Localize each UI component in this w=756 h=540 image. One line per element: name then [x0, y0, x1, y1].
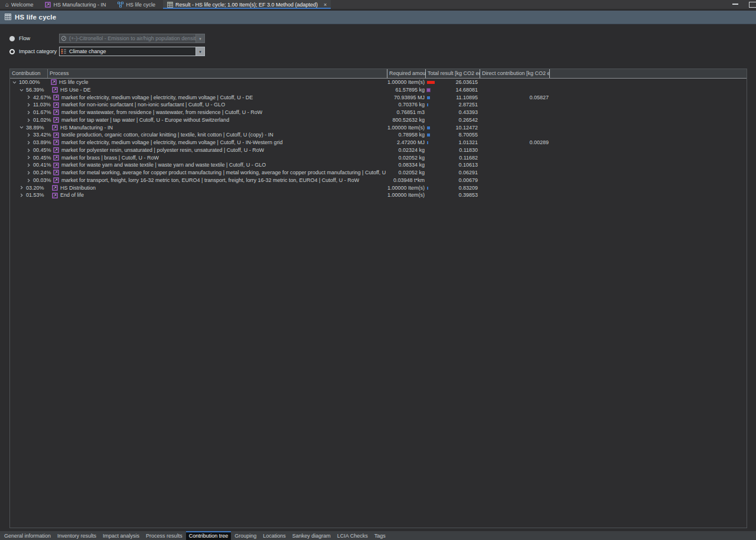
bottom-tab[interactable]: LCIA Checks	[334, 531, 371, 540]
process-name: End of life	[60, 191, 84, 199]
chevron-right-icon[interactable]	[27, 118, 31, 122]
tree-row[interactable]: 00.41%market for waste yarn and waste te…	[10, 161, 747, 169]
bottom-tab[interactable]: Locations	[260, 531, 289, 540]
process-cell: market for tap water | tap water | Cutof…	[53, 116, 229, 124]
chevron-right-icon[interactable]	[19, 186, 24, 190]
contribution-percent: 00.03%	[33, 177, 51, 184]
tree-row[interactable]: 00.45%market for polyester resin, unsatu…	[10, 147, 747, 154]
bottom-tab[interactable]: Inventory results	[54, 531, 99, 540]
bottom-tab[interactable]: Sankey diagram	[289, 531, 334, 540]
tree-row[interactable]: 00.45%market for brass | brass | Cutoff,…	[10, 154, 747, 162]
process-cell: market for electricity, medium voltage |…	[53, 94, 253, 102]
chevron-right-icon[interactable]	[19, 193, 24, 197]
column-header[interactable]: Contribution	[10, 69, 48, 78]
tree-row[interactable]: 01.67%market for wastewater, from reside…	[10, 109, 747, 116]
process-icon	[53, 147, 59, 153]
impact-category-combo[interactable]: Climate change ▾	[59, 47, 205, 56]
process-icon	[51, 79, 57, 85]
process-name: market for wastewater, from residence | …	[61, 109, 262, 116]
tree-row[interactable]: 00.03%market for transport, freight, lor…	[10, 177, 747, 184]
contribution-percent: 42.67%	[33, 94, 51, 102]
chevron-right-icon[interactable]	[27, 171, 31, 175]
chevron-down-icon[interactable]	[12, 80, 17, 84]
contribution-percent: 00.41%	[33, 161, 51, 169]
chevron-down-icon[interactable]	[19, 125, 24, 129]
chevron-right-icon[interactable]	[27, 141, 31, 145]
chevron-down-icon[interactable]: ▾	[195, 47, 204, 56]
application-window: ⌂WelcomeHS Manufacturing - INHS life cyc…	[0, 0, 756, 540]
chevron-right-icon[interactable]	[27, 178, 31, 183]
tree-row[interactable]: 11.03%market for non-ionic surfactant | …	[10, 101, 747, 109]
contribution-tree-table: ContributionProcessRequired amountTotal …	[9, 69, 747, 528]
contribution-cell: 33.42%	[27, 131, 51, 139]
process-name: market for electricity, medium voltage |…	[61, 94, 253, 102]
chevron-right-icon[interactable]	[27, 163, 31, 167]
tree-row[interactable]: 33.42%textile production, organic cotton…	[10, 131, 747, 139]
tree-row[interactable]: 42.67%market for electricity, medium vol…	[10, 94, 747, 102]
result-table-icon	[167, 2, 173, 8]
window-controls	[721, 0, 756, 9]
top-tab[interactable]: HS Manufacturing - IN	[41, 0, 110, 9]
column-header[interactable]: Total result [kg CO2 eq]	[426, 69, 480, 78]
contribution-cell: 56.39%	[19, 86, 44, 94]
contribution-cell: 00.24%	[27, 169, 51, 177]
tree-row[interactable]: 00.24%market for metal working, average …	[10, 169, 747, 177]
process-icon	[53, 132, 59, 138]
total-result-cell: 0.11830	[401, 147, 478, 154]
column-header[interactable]: Direct contribution [kg CO2 eq]	[480, 69, 550, 78]
bottom-tab[interactable]: Grouping	[232, 531, 259, 540]
chevron-right-icon[interactable]	[27, 133, 31, 137]
close-icon[interactable]: ×	[324, 2, 327, 8]
chevron-right-icon[interactable]	[27, 103, 31, 107]
chevron-down-icon[interactable]	[19, 88, 24, 92]
home-icon: ⌂	[5, 2, 9, 8]
top-tab[interactable]: Result - HS life cycle; 1.00 Item(s); EF…	[163, 0, 331, 9]
tree-row[interactable]: 01.53%End of life1.00000 Item(s)0.39853	[10, 191, 747, 199]
contribution-cell: 00.41%	[27, 161, 51, 169]
flow-selector-row: Flow (+-)-Citronellol - Emission to air/…	[0, 34, 30, 43]
maximize-icon[interactable]	[749, 2, 756, 8]
tree-row[interactable]: 03.89%market for electricity, medium vol…	[10, 139, 747, 147]
table-body: 100.00%HS life cycle1.00000 Item(s)26.03…	[10, 79, 747, 199]
tree-row[interactable]: 38.89%HS Manufacturing - IN1.00000 Item(…	[10, 124, 747, 132]
flow-combo: (+-)-Citronellol - Emission to air/high …	[59, 34, 205, 43]
bottom-tab[interactable]: Contribution tree	[186, 531, 232, 540]
chevron-right-icon[interactable]	[27, 95, 31, 99]
impact-category-radio[interactable]	[9, 49, 15, 54]
bottom-tab[interactable]: Process results	[143, 531, 185, 540]
contribution-cell: 00.45%	[27, 147, 51, 154]
chevron-right-icon[interactable]	[27, 155, 31, 160]
contribution-percent: 01.53%	[26, 191, 44, 199]
process-cell: End of life	[52, 191, 84, 199]
chevron-down-icon: ▾	[195, 34, 204, 43]
chevron-right-icon[interactable]	[27, 148, 31, 152]
column-header[interactable]: Process	[48, 69, 387, 78]
flow-radio[interactable]	[9, 36, 15, 41]
bottom-tab[interactable]: Tags	[372, 531, 389, 540]
contribution-percent: 56.39%	[26, 86, 44, 94]
bottom-tab[interactable]: Impact analysis	[100, 531, 142, 540]
total-result-cell: 2.87251	[401, 101, 478, 109]
bottom-tab[interactable]: General information	[1, 531, 54, 540]
tree-row[interactable]: 100.00%HS life cycle1.00000 Item(s)26.03…	[10, 79, 747, 86]
process-icon	[52, 185, 58, 191]
direct-contribution-cell: 0.00289	[472, 139, 549, 147]
column-header[interactable]: Required amount	[387, 69, 426, 78]
total-result-cell: 0.43393	[401, 109, 478, 116]
tree-row[interactable]: 01.02%market for tap water | tap water |…	[10, 116, 747, 124]
contribution-percent: 33.42%	[33, 131, 51, 139]
total-result-cell: 0.83209	[401, 184, 478, 192]
flow-label: Flow	[19, 35, 30, 41]
minimize-icon[interactable]	[732, 4, 738, 5]
contribution-percent: 03.89%	[33, 139, 51, 147]
process-cell: market for brass | brass | Cutoff, U - R…	[53, 154, 159, 162]
process-cell: HS Distribution	[52, 184, 96, 192]
top-tab[interactable]: ⌂Welcome	[1, 0, 37, 9]
tree-row[interactable]: 56.39%HS Use - DE61.57895 kg14.68081	[10, 86, 747, 94]
process-cell: market for waste yarn and waste textile …	[53, 161, 266, 169]
chevron-right-icon[interactable]	[27, 110, 31, 115]
column-header-filler	[550, 69, 747, 78]
top-tab[interactable]: HS life cycle	[113, 0, 159, 9]
page-title: HS life cycle	[15, 14, 56, 21]
tree-row[interactable]: 03.20%HS Distribution1.00000 Item(s)0.83…	[10, 184, 747, 192]
